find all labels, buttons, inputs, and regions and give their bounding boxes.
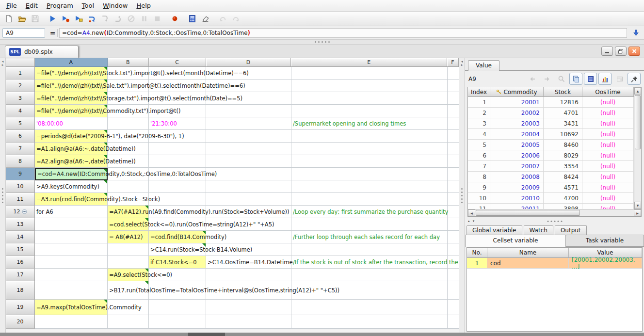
cell-A17[interactable] bbox=[35, 269, 108, 281]
cell-B4[interactable] bbox=[108, 105, 149, 117]
row-header-18[interactable]: 18 bbox=[6, 281, 35, 300]
row-header-4[interactable]: 4 bbox=[6, 105, 35, 117]
col-header-A[interactable]: A bbox=[35, 58, 108, 67]
cell-A9[interactable]: =cod=A4.new(ID:Commodity,0:Stock,:OosTim… bbox=[35, 168, 108, 180]
value-table-row[interactable]: 6200068029(null) bbox=[468, 150, 634, 161]
value-cell[interactable]: 2 bbox=[468, 108, 490, 118]
col-header-C[interactable]: C bbox=[149, 58, 206, 67]
value-cell[interactable]: (null) bbox=[582, 161, 634, 172]
row-header-3[interactable]: 3 bbox=[6, 92, 35, 105]
tab-watch[interactable]: Watch bbox=[524, 225, 553, 235]
value-cell[interactable]: 11 bbox=[468, 204, 490, 209]
cell-B13[interactable]: =cod.select(Stock<=0).run(OosTime=string… bbox=[108, 218, 149, 231]
value-table-row[interactable]: 3200033431(null) bbox=[468, 118, 634, 129]
value-cell[interactable]: 5 bbox=[468, 140, 490, 150]
cell-B8[interactable] bbox=[108, 155, 149, 168]
row-header-9[interactable]: 9 bbox=[6, 168, 35, 180]
row-header-15[interactable]: 15 bbox=[6, 243, 35, 256]
cell-E15[interactable] bbox=[291, 243, 448, 256]
col-header-B[interactable]: B bbox=[108, 58, 149, 67]
chart-icon[interactable] bbox=[598, 73, 612, 85]
cell-B14[interactable]: = A8(#A12) bbox=[108, 231, 149, 243]
cell-F7[interactable] bbox=[448, 143, 459, 155]
value-cell[interactable]: 8 bbox=[468, 172, 490, 182]
cell-C3[interactable] bbox=[149, 92, 206, 105]
cell-E5[interactable]: /Supermarket opening and closing times bbox=[291, 117, 448, 130]
cell-B5[interactable] bbox=[108, 117, 149, 130]
row-header-2[interactable]: 2 bbox=[6, 80, 35, 92]
cell-B11[interactable] bbox=[108, 193, 149, 206]
variable-cell[interactable]: 1 bbox=[467, 258, 487, 269]
value-table-row[interactable]: 7200073354(null) bbox=[468, 161, 634, 172]
value-table-row[interactable]: 42000410692(null) bbox=[468, 129, 634, 140]
cell-E10[interactable] bbox=[291, 180, 448, 193]
cell-D10[interactable] bbox=[206, 180, 291, 193]
cell-C6[interactable] bbox=[149, 130, 206, 143]
value-cell[interactable]: 4701 bbox=[544, 108, 582, 118]
tab-output[interactable]: Output bbox=[555, 225, 587, 235]
cell-C9[interactable] bbox=[149, 168, 206, 180]
cell-E1[interactable] bbox=[291, 67, 448, 80]
menu-window[interactable]: Window bbox=[98, 0, 132, 11]
cell-D8[interactable] bbox=[206, 155, 291, 168]
value-cell[interactable]: 12816 bbox=[544, 97, 582, 108]
col-header-E[interactable]: E bbox=[291, 58, 447, 67]
cell-C15[interactable]: >C14.run(Stock=Stock-B14.Volume) bbox=[149, 243, 206, 256]
value-col-header-oostime[interactable]: OosTime bbox=[582, 87, 634, 97]
restore-button[interactable] bbox=[615, 47, 627, 56]
variable-col-header-name[interactable]: Name bbox=[487, 248, 569, 258]
col-header-D[interactable]: D bbox=[206, 58, 291, 67]
cell-D15[interactable] bbox=[206, 243, 291, 256]
cell-E11[interactable] bbox=[291, 193, 448, 206]
value-cell[interactable]: 20007 bbox=[490, 161, 544, 172]
cell-E19[interactable] bbox=[291, 300, 448, 315]
value-cell[interactable]: 20008 bbox=[490, 172, 544, 182]
value-col-header-commodity[interactable]: Commodity bbox=[490, 87, 544, 97]
cell-D14[interactable] bbox=[206, 231, 291, 243]
cell-F10[interactable] bbox=[448, 180, 459, 193]
cell-D17[interactable] bbox=[206, 269, 291, 281]
value-cell[interactable]: 6 bbox=[468, 150, 490, 161]
cell-F14[interactable] bbox=[448, 231, 459, 243]
tab-global-variable[interactable]: Global variable bbox=[467, 225, 522, 235]
cell-C4[interactable] bbox=[149, 105, 206, 117]
row-header-6[interactable]: 6 bbox=[6, 130, 35, 143]
cell-F16[interactable] bbox=[448, 256, 459, 269]
value-cell[interactable]: 4 bbox=[468, 129, 490, 140]
cell-B19[interactable] bbox=[108, 300, 149, 315]
cell-C10[interactable] bbox=[149, 180, 206, 193]
cell-F11[interactable] bbox=[448, 193, 459, 206]
value-cell[interactable]: 4700 bbox=[544, 193, 582, 204]
cell-B2[interactable] bbox=[108, 80, 149, 92]
row-header-8[interactable]: 8 bbox=[6, 155, 35, 168]
cell-B18[interactable]: >B17.run(TotalOosTime=TotalOosTime+inter… bbox=[108, 281, 149, 300]
cell-E18[interactable] bbox=[291, 281, 448, 300]
cell-A4[interactable]: =file("..\\demo\\zh\\txt\\Commodity.txt"… bbox=[35, 105, 108, 117]
cell-D1[interactable] bbox=[206, 67, 291, 80]
cell-F19[interactable] bbox=[448, 300, 459, 315]
cell-A12[interactable]: for A6 bbox=[35, 206, 108, 218]
cell-D19[interactable] bbox=[206, 300, 291, 315]
cell-B16[interactable] bbox=[108, 256, 149, 269]
value-cell[interactable]: (null) bbox=[582, 150, 634, 161]
menu-help[interactable]: Help bbox=[132, 0, 155, 11]
cell-C1[interactable] bbox=[149, 67, 206, 80]
copy-icon[interactable] bbox=[569, 73, 582, 85]
value-cell[interactable]: 20002 bbox=[490, 108, 544, 118]
cell-F15[interactable] bbox=[448, 243, 459, 256]
value-cell[interactable]: 1 bbox=[468, 97, 490, 108]
cell-F6[interactable] bbox=[448, 130, 459, 143]
value-table-row[interactable]: 8200088424(null) bbox=[468, 172, 634, 182]
value-cell[interactable]: 4571 bbox=[544, 182, 582, 193]
cell-D12[interactable] bbox=[206, 206, 291, 218]
value-table-row[interactable]: 12000112816(null) bbox=[468, 97, 634, 108]
value-cell[interactable]: 20010 bbox=[490, 193, 544, 204]
menu-edit[interactable]: Edit bbox=[21, 0, 42, 11]
cell-E3[interactable] bbox=[291, 92, 448, 105]
cell-E12[interactable]: /Loop every day; first summarize the pur… bbox=[291, 206, 448, 218]
row-header-14[interactable]: 14 bbox=[6, 231, 35, 243]
cell-D5[interactable] bbox=[206, 117, 291, 130]
value-col-header-index[interactable]: Index bbox=[468, 87, 490, 97]
cell-A1[interactable]: =file("..\\demo\\zh\\txt\\Stock.txt").im… bbox=[35, 67, 108, 80]
variable-row[interactable]: 1cod[20001,20002,20003, ...] bbox=[467, 258, 642, 269]
